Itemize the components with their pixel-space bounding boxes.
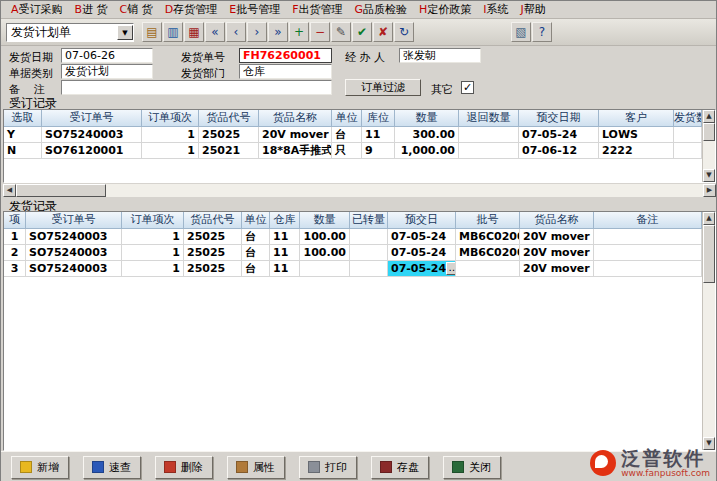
order-table-cell[interactable]: 只 [332, 143, 362, 159]
ship-table-cell[interactable]: 台 [242, 245, 270, 261]
ship-table-column-header[interactable]: 项 [4, 212, 26, 229]
ship-table-column-header[interactable]: 订单项次 [122, 212, 184, 229]
ship-table-cell[interactable]: 3 [4, 261, 26, 277]
menu-item-c[interactable]: C销 货 [114, 1, 159, 18]
scroll-down-icon[interactable]: ▼ [703, 169, 715, 182]
ship-table-row[interactable]: 3SO75240003125025台1107-05-24…20V mover [4, 261, 702, 277]
order-table-cell[interactable] [674, 127, 702, 143]
ship-table-cell[interactable]: 07-05-24 [388, 229, 456, 245]
order-table-cell[interactable]: 25025 [199, 127, 259, 143]
ship-table-column-header[interactable]: 批号 [456, 212, 520, 229]
delete-button[interactable]: 删除 [155, 456, 213, 479]
ship-table-column-header[interactable]: 预交日 [388, 212, 456, 229]
order-table-column-header[interactable]: 单位 [332, 110, 362, 127]
remark-input[interactable] [61, 80, 332, 95]
ship-table-column-header[interactable]: 受订单号 [26, 212, 122, 229]
scroll-thumb[interactable] [16, 184, 106, 197]
menu-item-e[interactable]: E批号管理 [223, 1, 286, 18]
ship-table-cell[interactable]: SO75240003 [26, 261, 122, 277]
order-table-column-header[interactable]: 库位 [362, 110, 395, 127]
order-table-cell[interactable]: Y [4, 127, 42, 143]
ship-table-cell[interactable]: 2 [4, 245, 26, 261]
order-table-cell[interactable]: SO75240003 [42, 127, 142, 143]
last-record-icon[interactable]: » [268, 22, 288, 42]
ship-table-cell[interactable]: 1 [122, 245, 184, 261]
order-table-cell[interactable]: 11 [362, 127, 395, 143]
ship-table-cell[interactable]: 20V mover [520, 261, 594, 277]
order-table-row[interactable]: YSO7524000312502520V mover台11300.0007-05… [4, 127, 702, 143]
ship-table-cell[interactable] [350, 261, 388, 277]
order-table-cell[interactable] [459, 127, 519, 143]
ship-table-cell[interactable] [594, 245, 702, 261]
order-table-column-header[interactable]: 受订单号 [42, 110, 142, 127]
ship-table-cell[interactable]: 11 [270, 245, 300, 261]
ship-table-vscrollbar[interactable]: ▲ ▼ [702, 212, 715, 450]
delete-record-icon[interactable]: − [310, 22, 330, 42]
ship-table-cell[interactable]: 台 [242, 261, 270, 277]
order-table-column-header[interactable]: 货品代号 [199, 110, 259, 127]
cancel-edit-icon[interactable]: ✘ [373, 22, 393, 42]
help-icon[interactable]: ? [532, 22, 552, 42]
scroll-up-icon[interactable]: ▲ [703, 110, 715, 123]
order-table-cell[interactable] [459, 143, 519, 159]
first-record-icon[interactable]: « [205, 22, 225, 42]
ship-table-cell[interactable]: 1 [122, 261, 184, 277]
ship-table-cell[interactable] [594, 229, 702, 245]
order-table-cell[interactable]: SO76120001 [42, 143, 142, 159]
order-table-cell[interactable]: 18*8A手推式 [259, 143, 332, 159]
order-table-column-header[interactable]: 订单项次 [142, 110, 199, 127]
order-table-cell[interactable]: 9 [362, 143, 395, 159]
menu-item-i[interactable]: I系统 [477, 1, 514, 18]
ship-table-cell[interactable]: 1 [4, 229, 26, 245]
order-table-cell[interactable]: LOWS [599, 127, 674, 143]
form-title-combo[interactable]: 发货计划单 ▼ [6, 23, 134, 42]
scroll-thumb[interactable] [703, 123, 715, 141]
ship-table-column-header[interactable]: 已转量 [350, 212, 388, 229]
order-table-cell[interactable]: 2222 [599, 143, 674, 159]
order-table-vscrollbar[interactable]: ▲ ▼ [702, 110, 715, 182]
scroll-left-icon[interactable]: ◀ [3, 184, 16, 197]
menu-item-d[interactable]: D存货管理 [159, 1, 223, 18]
menu-item-g[interactable]: G品质检验 [349, 1, 414, 18]
menu-item-b[interactable]: B进 货 [69, 1, 114, 18]
scroll-track[interactable] [106, 184, 703, 197]
order-table-cell[interactable]: 1,000.00 [395, 143, 459, 159]
next-record-icon[interactable]: › [247, 22, 267, 42]
catalog-icon[interactable]: ▥ [163, 22, 183, 42]
doc-type-input[interactable] [61, 64, 153, 79]
other-checkbox[interactable]: ✓ [461, 81, 474, 94]
ship-table-cell[interactable]: 100.00 [300, 245, 350, 261]
ship-table-cell[interactable] [456, 261, 520, 277]
ship-table-row[interactable]: 2SO75240003125025台11100.0007-05-24MB6C02… [4, 245, 702, 261]
chevron-down-icon[interactable]: ▼ [117, 25, 133, 40]
ship-table-column-header[interactable]: 数量 [300, 212, 350, 229]
order-table-cell[interactable]: N [4, 143, 42, 159]
ship-table-cell[interactable] [350, 245, 388, 261]
order-table-cell[interactable]: 1 [142, 143, 199, 159]
menu-item-j[interactable]: J帮助 [515, 1, 552, 18]
ship-table-cell[interactable]: 20V mover [520, 245, 594, 261]
scroll-up-icon[interactable]: ▲ [703, 212, 715, 225]
ship-table-cell[interactable]: 11 [270, 261, 300, 277]
ellipsis-button[interactable]: … [446, 262, 456, 275]
ship-table-cell[interactable]: 11 [270, 229, 300, 245]
ship-date-input[interactable] [61, 48, 153, 63]
post-record-icon[interactable]: ✔ [352, 22, 372, 42]
ship-table-cell[interactable]: 台 [242, 229, 270, 245]
ship-table-row[interactable]: 1SO75240003125025台11100.0007-05-24MB6C02… [4, 229, 702, 245]
ship-table-cell[interactable]: 07-05-24 [388, 245, 456, 261]
order-table-cell[interactable]: 1 [142, 127, 199, 143]
order-table-cell[interactable]: 台 [332, 127, 362, 143]
ship-table-cell[interactable] [350, 229, 388, 245]
brand-url[interactable]: www.fanpusoft.com [621, 469, 710, 478]
scroll-right-icon[interactable]: ▶ [703, 184, 716, 197]
order-table-cell[interactable]: 300.00 [395, 127, 459, 143]
filter-icon[interactable]: ▧ [511, 22, 531, 42]
order-table-column-header[interactable]: 数量 [395, 110, 459, 127]
edit-record-icon[interactable]: ✎ [331, 22, 351, 42]
ship-table-cell[interactable]: MB6C02000 [456, 245, 520, 261]
ship-table-cell[interactable]: 25025 [184, 245, 242, 261]
order-table-cell[interactable]: 20V mover [259, 127, 332, 143]
ship-table-cell[interactable] [594, 261, 702, 277]
order-table-row[interactable]: NSO7612000112502118*8A手推式只91,000.0007-06… [4, 143, 702, 159]
